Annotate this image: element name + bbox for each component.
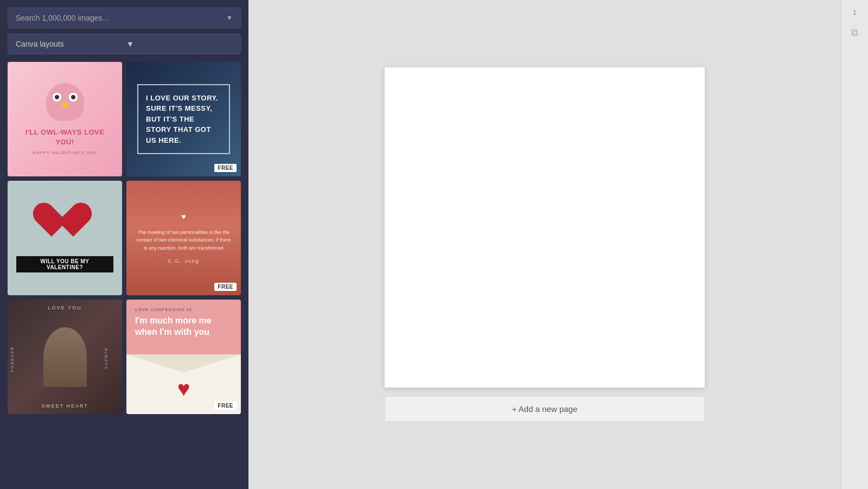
canvas-wrapper: + Add a new page xyxy=(270,67,819,422)
owl-illustration xyxy=(46,83,84,121)
story-border-box: I Love Our Story. Sure It's Messy, But I… xyxy=(137,84,230,155)
more-me-free-badge: FREE xyxy=(214,402,237,410)
heart-flower-illustration xyxy=(41,204,90,247)
template-grid: I'll Owl-ways Love You! Happy Valentine'… xyxy=(8,62,241,414)
love-you-right-text: Always xyxy=(104,348,108,370)
search-input[interactable] xyxy=(16,14,222,22)
template-more-me[interactable]: Love Confession #1 I'm much more me when… xyxy=(126,300,241,414)
valentine-label: Will You Be My Valentine? xyxy=(16,256,113,272)
jung-free-badge: FREE xyxy=(214,283,237,291)
layout-dropdown[interactable]: Canva layouts ▼ xyxy=(8,34,241,54)
search-bar[interactable]: ▼ xyxy=(8,8,241,28)
envelope-heart-icon: ♥ xyxy=(170,377,197,401)
more-me-top-area: Love Confession #1 I'm much more me when… xyxy=(126,300,241,354)
copy-page-icon[interactable]: ⧉ xyxy=(851,27,858,39)
more-me-label: Love Confession #1 xyxy=(135,307,232,312)
template-love-you[interactable]: Love You Forever Always Sweet Heart xyxy=(8,300,122,414)
main-canvas-area: + Add a new page xyxy=(248,0,841,489)
love-you-top-text: Love You xyxy=(48,305,82,310)
owl-beak xyxy=(62,103,68,108)
template-valentine-heart[interactable]: Will You Be My Valentine? xyxy=(8,181,122,295)
owl-eye-left xyxy=(53,93,61,101)
jung-quote-text: The meeting of two personalities is like… xyxy=(136,228,231,252)
template-messy-story[interactable]: I Love Our Story. Sure It's Messy, But I… xyxy=(126,62,241,176)
sidebar: ▼ Canva layouts ▼ I'll Owl-ways Love You… xyxy=(0,0,248,489)
right-panel: 1 ⧉ xyxy=(841,0,868,489)
search-dropdown-arrow[interactable]: ▼ xyxy=(226,14,233,22)
jung-heart-icon: ♥ xyxy=(181,212,186,221)
love-you-left-text: Forever xyxy=(10,346,14,372)
heart-shape xyxy=(41,204,84,242)
canvas-page[interactable] xyxy=(385,67,705,388)
jung-author-text: C.G. Jung xyxy=(168,258,200,264)
love-you-person-silhouette xyxy=(43,327,87,387)
add-page-button[interactable]: + Add a new page xyxy=(385,396,705,422)
layout-dropdown-label: Canva layouts xyxy=(16,40,122,48)
owl-main-text: I'll Owl-ways Love You! xyxy=(18,128,111,147)
love-you-bottom-text: Sweet Heart xyxy=(41,403,88,409)
template-jung-quote[interactable]: ♥ The meeting of two personalities is li… xyxy=(126,181,241,295)
story-text: I Love Our Story. Sure It's Messy, But I… xyxy=(146,93,221,146)
owl-eye-right xyxy=(69,93,78,101)
owl-sub-text: Happy Valentine's Day xyxy=(33,150,97,155)
layout-dropdown-arrow[interactable]: ▼ xyxy=(126,40,233,48)
page-number: 1 xyxy=(853,9,857,16)
love-you-image: Love You Forever Always Sweet Heart xyxy=(8,300,122,414)
story-free-badge: FREE xyxy=(214,164,237,172)
template-owl-valentine[interactable]: I'll Owl-ways Love You! Happy Valentine'… xyxy=(8,62,122,176)
more-me-main-text: I'm much more me when I'm with you xyxy=(135,315,232,338)
